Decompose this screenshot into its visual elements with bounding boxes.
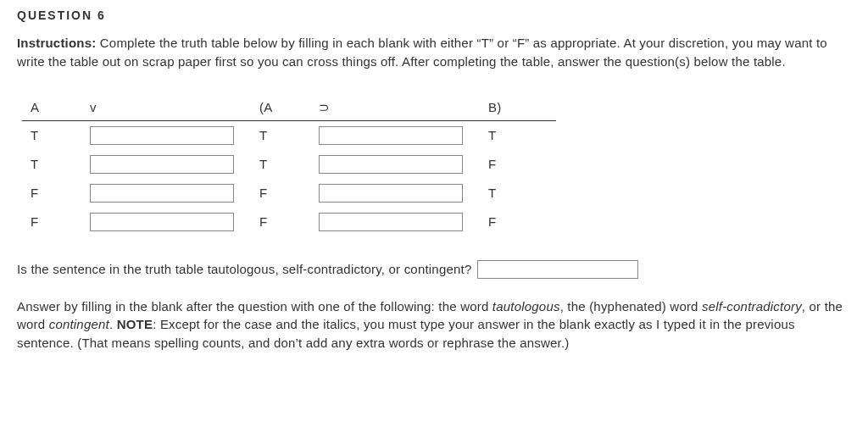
header-A: A (22, 95, 81, 121)
followup-answer-input[interactable] (477, 260, 638, 279)
cell-v-input[interactable] (90, 126, 234, 145)
cell-imp-input[interactable] (319, 155, 463, 174)
cell-B: T (480, 120, 556, 150)
table-header-row: A v (A ⊃ B) (22, 95, 556, 121)
cell-A: T (22, 150, 81, 179)
word-contingent: contingent (49, 317, 109, 331)
header-B: B) (480, 95, 556, 121)
note-mid1: , the (hyphenated) word (560, 299, 702, 314)
truth-table: A v (A ⊃ B) T T T T T F F F T F F F (22, 95, 556, 236)
word-self-contradictory: self-contradictory (702, 299, 802, 314)
cell-B: F (480, 208, 556, 236)
instructions-text: Complete the truth table below by fillin… (17, 36, 827, 69)
cell-pA: T (251, 150, 310, 179)
header-v: v (81, 95, 251, 121)
cell-A: F (22, 208, 81, 236)
cell-B: F (480, 150, 556, 179)
table-row: T T T (22, 120, 556, 150)
note-prefix: Answer by filling in the blank after the… (17, 299, 492, 314)
cell-pA: F (251, 179, 310, 208)
followup-question: Is the sentence in the truth table tauto… (17, 262, 471, 276)
word-tautologous: tautologous (492, 299, 560, 314)
instructions-label: Instructions: (17, 36, 96, 50)
table-row: F F F (22, 208, 556, 236)
note-period: . (109, 317, 117, 331)
answer-note: Answer by filling in the blank after the… (17, 297, 851, 352)
cell-A: T (22, 120, 81, 150)
cell-imp-input[interactable] (319, 184, 463, 203)
cell-v-input[interactable] (90, 213, 234, 231)
cell-imp-input[interactable] (319, 213, 463, 231)
cell-v-input[interactable] (90, 184, 234, 203)
header-imp: ⊃ (310, 95, 480, 121)
cell-pA: T (251, 120, 310, 150)
cell-pA: F (251, 208, 310, 236)
instructions-block: Instructions: Complete the truth table b… (17, 34, 851, 71)
cell-A: F (22, 179, 81, 208)
question-number: QUESTION 6 (17, 8, 851, 22)
note-label: NOTE (117, 317, 153, 331)
cell-imp-input[interactable] (319, 126, 463, 145)
table-row: F F T (22, 179, 556, 208)
table-row: T T F (22, 150, 556, 179)
header-pA: (A (251, 95, 310, 121)
followup-row: Is the sentence in the truth table tauto… (17, 260, 851, 279)
cell-v-input[interactable] (90, 155, 234, 174)
cell-B: T (480, 179, 556, 208)
